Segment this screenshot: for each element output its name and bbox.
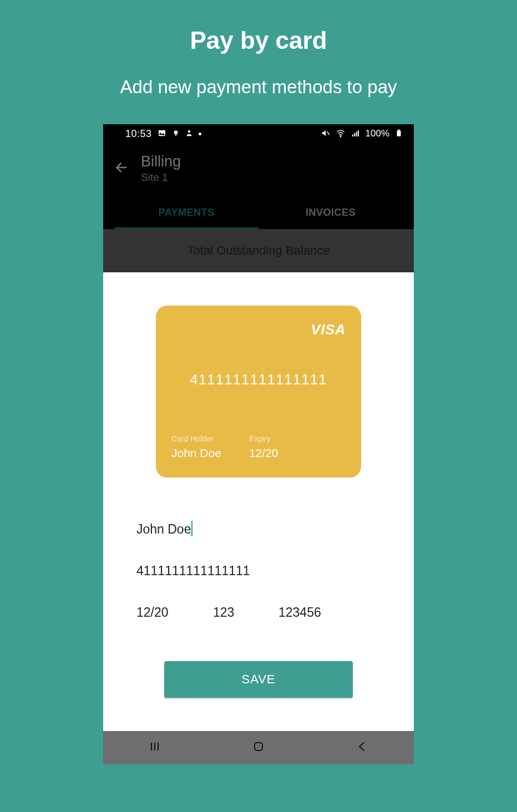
svg-rect-2 xyxy=(175,134,176,135)
svg-point-3 xyxy=(187,130,190,133)
android-nav-bar xyxy=(103,731,414,764)
expiry-input[interactable]: 12/20 xyxy=(136,601,186,625)
zip-input[interactable]: 123456 xyxy=(278,601,339,625)
promo-subtitle: Add new payment methods to pay xyxy=(0,77,517,98)
status-time: 10:53 xyxy=(125,128,152,140)
signal-icon xyxy=(351,129,360,139)
image-icon xyxy=(158,129,166,139)
card-number-display: 4111111111111111 xyxy=(156,371,361,388)
notification-dot-icon xyxy=(199,133,201,135)
modal-backdrop xyxy=(103,143,414,272)
text-cursor-icon xyxy=(191,521,192,536)
home-icon[interactable] xyxy=(252,740,265,755)
card-holder-display: John Doe xyxy=(171,446,221,460)
card-expiry-label: Expiry xyxy=(249,434,278,443)
svg-rect-6 xyxy=(352,135,353,136)
status-bar: 10:53 100% xyxy=(103,124,414,143)
card-holder-value: John Doe xyxy=(136,522,191,536)
svg-point-5 xyxy=(340,136,341,137)
svg-rect-8 xyxy=(356,131,357,136)
phone-frame: 10:53 100% xyxy=(103,124,414,764)
save-button[interactable]: SAVE xyxy=(164,661,353,698)
cvv-input[interactable]: 123 xyxy=(213,601,252,625)
svg-rect-7 xyxy=(354,133,355,136)
bulb-icon xyxy=(172,129,180,138)
add-card-sheet: VISA 4111111111111111 Card Holder John D… xyxy=(103,306,414,764)
card-number-input[interactable]: 4111111111111111 xyxy=(136,559,381,583)
promo-title: Pay by card xyxy=(0,0,517,54)
wifi-icon xyxy=(336,128,346,139)
person-icon xyxy=(185,129,193,138)
mute-icon xyxy=(321,129,330,139)
svg-rect-10 xyxy=(397,130,401,136)
credit-card-preview: VISA 4111111111111111 Card Holder John D… xyxy=(156,306,361,478)
battery-icon xyxy=(395,128,403,139)
battery-percentage: 100% xyxy=(366,128,389,139)
card-expiry-display: 12/20 xyxy=(249,446,278,460)
svg-point-1 xyxy=(174,130,178,134)
svg-rect-11 xyxy=(398,130,400,131)
card-holder-label: Card Holder xyxy=(171,434,221,443)
back-icon[interactable] xyxy=(356,740,369,755)
svg-rect-9 xyxy=(358,130,359,136)
svg-rect-16 xyxy=(255,743,262,750)
card-brand-icon: VISA xyxy=(311,321,346,338)
svg-line-4 xyxy=(327,131,329,135)
recents-icon[interactable] xyxy=(148,740,161,755)
card-holder-input[interactable]: John Doe xyxy=(136,516,192,541)
